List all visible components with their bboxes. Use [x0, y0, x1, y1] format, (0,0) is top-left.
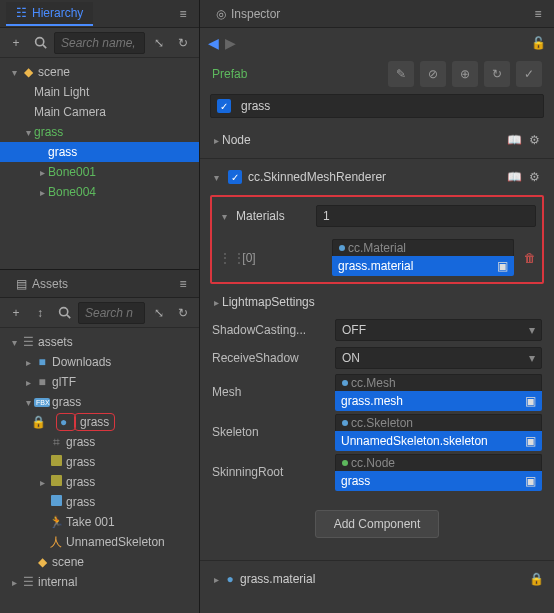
- asset-folder-downloads[interactable]: ▸ ■ Downloads: [0, 352, 199, 372]
- skinning-root-asset-slot[interactable]: cc.Node grass▣: [335, 454, 542, 491]
- help-icon[interactable]: 📖: [504, 130, 524, 150]
- svg-line-3: [66, 315, 69, 318]
- asset-scene[interactable]: ◆ scene: [0, 552, 199, 572]
- tree-node-bone001[interactable]: ▸ Bone001: [0, 162, 199, 182]
- asset-folder-internal[interactable]: ▸ ☰ internal: [0, 572, 199, 592]
- component-header[interactable]: ▾ ✓ cc.SkinnedMeshRenderer 📖 ⚙: [200, 163, 554, 191]
- component-title: cc.SkinnedMeshRenderer: [248, 170, 504, 184]
- drag-handle-icon[interactable]: ⋮⋮: [218, 250, 230, 266]
- expand-arrow-icon[interactable]: ▸: [22, 377, 34, 388]
- prefab-revert-button[interactable]: ↻: [484, 61, 510, 87]
- asset-unnamed-skeleton[interactable]: 人 UnnamedSkeleton: [0, 532, 199, 552]
- expand-arrow-icon[interactable]: ▸: [210, 297, 222, 308]
- hierarchy-search-input[interactable]: [54, 32, 145, 54]
- locate-asset-icon[interactable]: ▣: [525, 434, 536, 448]
- hierarchy-tab[interactable]: ☷ Hierarchy: [6, 2, 93, 26]
- asset-label: grass: [66, 435, 95, 449]
- collapse-all-icon[interactable]: ⤡: [149, 33, 169, 53]
- asset-take001[interactable]: 🏃 Take 001: [0, 512, 199, 532]
- component-enabled-checkbox[interactable]: ✓: [228, 170, 242, 184]
- refresh-icon[interactable]: ↻: [173, 33, 193, 53]
- nav-back-icon[interactable]: ◀: [208, 35, 219, 51]
- prefab-unlink-button[interactable]: ⊘: [420, 61, 446, 87]
- inspector-menu-icon[interactable]: ≡: [528, 4, 548, 24]
- asset-folder-gltf[interactable]: ▸ ■ glTF: [0, 372, 199, 392]
- scene-icon: ◆: [20, 65, 36, 79]
- tree-node-main-light[interactable]: Main Light: [0, 82, 199, 102]
- lock-icon[interactable]: 🔒: [529, 572, 544, 586]
- asset-label: grass: [76, 415, 113, 429]
- expand-arrow-icon[interactable]: ▾: [210, 172, 222, 183]
- asset-value-label: grass: [341, 474, 370, 488]
- refresh-icon[interactable]: ↻: [173, 303, 193, 323]
- add-node-button[interactable]: +: [6, 33, 26, 53]
- delete-icon[interactable]: 🗑: [524, 251, 536, 265]
- inspector-header: ◎ Inspector ≡: [200, 0, 554, 28]
- search-icon[interactable]: [30, 33, 50, 53]
- materials-count-field[interactable]: 1: [316, 205, 536, 227]
- asset-label: internal: [38, 575, 77, 589]
- gear-icon[interactable]: ⚙: [524, 167, 544, 187]
- node-enabled-checkbox[interactable]: ✓: [217, 99, 231, 113]
- expand-arrow-icon[interactable]: ▸: [22, 357, 34, 368]
- asset-grass-texture[interactable]: ▸ grass: [0, 472, 199, 492]
- search-icon[interactable]: [54, 303, 74, 323]
- asset-grass-skin[interactable]: grass: [0, 492, 199, 512]
- asset-grass-mesh[interactable]: ⌗ grass: [0, 432, 199, 452]
- expand-arrow-icon[interactable]: ▸: [210, 135, 222, 146]
- lock-icon[interactable]: 🔓: [531, 36, 546, 50]
- prefab-edit-button[interactable]: ✎: [388, 61, 414, 87]
- asset-grass-prefab[interactable]: grass: [0, 452, 199, 472]
- add-component-button[interactable]: Add Component: [315, 510, 440, 538]
- asset-fbx-grass[interactable]: ▾ FBX grass: [0, 392, 199, 412]
- prefab-label: Prefab: [212, 67, 247, 81]
- assets-menu-icon[interactable]: ≡: [173, 274, 193, 294]
- node-label: grass: [34, 125, 63, 139]
- tree-node-bone004[interactable]: ▸ Bone004: [0, 182, 199, 202]
- scene-icon: ◆: [34, 555, 50, 569]
- locate-asset-icon[interactable]: ▣: [497, 259, 508, 273]
- expand-arrow-icon[interactable]: ▸: [36, 167, 48, 178]
- help-icon[interactable]: 📖: [504, 167, 524, 187]
- shadow-casting-select[interactable]: OFF ▾: [335, 319, 542, 341]
- lightmap-section-header[interactable]: ▸ LightmapSettings: [200, 288, 554, 316]
- hierarchy-menu-icon[interactable]: ≡: [173, 4, 193, 24]
- expand-arrow-icon[interactable]: ▾: [8, 67, 20, 78]
- expand-arrow-icon[interactable]: ▸: [8, 577, 20, 588]
- mesh-asset-slot[interactable]: cc.Mesh grass.mesh▣: [335, 374, 542, 411]
- expand-arrow-icon[interactable]: ▸: [36, 477, 48, 488]
- folder-icon: ■: [34, 375, 50, 389]
- tree-node-main-camera[interactable]: Main Camera: [0, 102, 199, 122]
- tree-node-scene[interactable]: ▾ ◆ scene: [0, 62, 199, 82]
- skeleton-asset-slot[interactable]: cc.Skeleton UnnamedSkeleton.skeleton▣: [335, 414, 542, 451]
- material-asset-slot[interactable]: cc.Material grass.material▣: [332, 239, 514, 276]
- grass-material-footer[interactable]: ▸ ● grass.material 🔒: [200, 565, 554, 593]
- asset-grass-material[interactable]: 🔒 ● grass: [0, 412, 199, 432]
- receive-shadow-select[interactable]: ON ▾: [335, 347, 542, 369]
- locate-asset-icon[interactable]: ▣: [525, 394, 536, 408]
- node-section-header[interactable]: ▸ Node 📖 ⚙: [200, 126, 554, 154]
- sort-icon[interactable]: ↕: [30, 303, 50, 323]
- expand-arrow-icon[interactable]: ▸: [210, 574, 222, 585]
- skeleton-row: Skeleton cc.Skeleton UnnamedSkeleton.ske…: [200, 412, 554, 452]
- expand-arrow-icon[interactable]: ▾: [8, 337, 20, 348]
- materials-label[interactable]: ▾ Materials: [218, 209, 308, 223]
- tree-node-grass-selected[interactable]: grass: [0, 142, 199, 162]
- gear-icon[interactable]: ⚙: [524, 130, 544, 150]
- tree-node-grass-parent[interactable]: ▾ grass: [0, 122, 199, 142]
- prefab-locate-button[interactable]: ⊕: [452, 61, 478, 87]
- folder-icon: ■: [34, 355, 50, 369]
- asset-folder-root[interactable]: ▾ ☰ assets: [0, 332, 199, 352]
- expand-arrow-icon[interactable]: ▾: [22, 397, 34, 408]
- inspector-tab[interactable]: ◎ Inspector: [206, 3, 290, 25]
- assets-tab[interactable]: ▤ Assets: [6, 273, 78, 295]
- collapse-all-icon[interactable]: ⤡: [149, 303, 169, 323]
- nav-forward-icon[interactable]: ▶: [225, 35, 236, 51]
- locate-asset-icon[interactable]: ▣: [525, 474, 536, 488]
- add-asset-button[interactable]: +: [6, 303, 26, 323]
- prefab-apply-button[interactable]: ✓: [516, 61, 542, 87]
- expand-arrow-icon[interactable]: ▾: [22, 127, 34, 138]
- assets-search-input[interactable]: [78, 302, 145, 324]
- expand-arrow-icon[interactable]: ▸: [36, 187, 48, 198]
- node-name-input[interactable]: [237, 99, 543, 113]
